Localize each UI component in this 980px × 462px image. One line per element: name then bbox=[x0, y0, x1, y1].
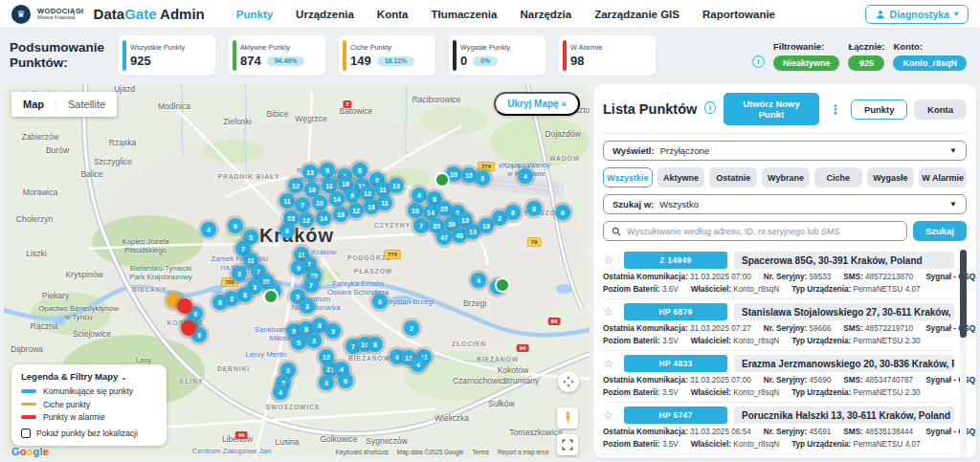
display-dropdown[interactable]: Wyświetl: Przyłączone ▼ bbox=[603, 141, 967, 161]
cluster-marker[interactable]: 13 bbox=[302, 165, 318, 180]
cluster-marker[interactable]: 4 bbox=[273, 385, 288, 400]
cluster-marker[interactable]: 11 bbox=[377, 195, 392, 210]
point-address[interactable]: Spacerowa 85G, 30-391 Kraków, Poland bbox=[734, 252, 954, 269]
cluster-marker[interactable]: 2 bbox=[404, 320, 419, 336]
cluster-marker[interactable]: 8 bbox=[352, 163, 368, 178]
cluster-marker[interactable]: 6 bbox=[555, 205, 570, 220]
cluster-marker[interactable]: 47 bbox=[436, 230, 452, 245]
cluster-marker[interactable]: 8 bbox=[212, 295, 228, 310]
cluster-marker[interactable]: 9 bbox=[345, 187, 360, 203]
scrollbar-track[interactable] bbox=[960, 250, 967, 458]
cluster-marker[interactable]: 6 bbox=[228, 218, 243, 233]
cluster-marker[interactable]: 8 bbox=[237, 287, 253, 302]
green-point-marker[interactable] bbox=[436, 174, 448, 186]
cluster-marker[interactable]: 5 bbox=[291, 335, 306, 350]
fullscreen-control[interactable] bbox=[557, 434, 578, 455]
filter-chip-wygasłe[interactable]: Wygasłe bbox=[867, 167, 915, 187]
cluster-marker[interactable]: 3 bbox=[232, 266, 247, 281]
compass-control[interactable] bbox=[558, 371, 579, 392]
nav-urządzenia[interactable]: Urządzenia bbox=[296, 9, 354, 20]
star-icon[interactable]: ☆ bbox=[603, 357, 617, 370]
kebab-menu-icon[interactable]: ⋮ bbox=[827, 102, 843, 117]
cluster-marker[interactable]: 12 bbox=[288, 178, 303, 193]
checkbox-icon[interactable] bbox=[21, 429, 31, 438]
search-in-dropdown[interactable]: Szukaj w: Wszystko ▼ bbox=[603, 194, 967, 214]
attribution-item[interactable]: Report a map error bbox=[498, 449, 549, 455]
nav-raportowanie[interactable]: Raportowanie bbox=[702, 9, 775, 20]
cluster-marker[interactable]: 10 bbox=[408, 203, 423, 218]
nav-zarządzanie-gis[interactable]: Zarządzanie GIS bbox=[594, 9, 679, 20]
point-id-badge[interactable]: HP 6879 bbox=[624, 303, 727, 320]
cluster-marker[interactable]: 6 bbox=[372, 294, 388, 309]
filter-chip-w-alarmie[interactable]: W Alarmie bbox=[919, 167, 967, 187]
filter-chip-ostatnie[interactable]: Ostatnie bbox=[709, 167, 757, 187]
summary-card-wygasłe-punkty[interactable]: Wygasłe Punkty00% bbox=[449, 35, 546, 76]
point-address[interactable]: Erazma Jerzmanowskiego 20, 30-836 Kraków… bbox=[734, 355, 954, 372]
cluster-marker[interactable]: 10 bbox=[312, 195, 327, 210]
summary-card-w-alarmie[interactable]: W Alarmie98 bbox=[559, 35, 656, 76]
cluster-marker[interactable]: 3 bbox=[475, 170, 490, 186]
cluster-marker[interactable]: 9 bbox=[291, 260, 306, 275]
cluster-marker[interactable]: 6 bbox=[279, 223, 295, 238]
filter-chip-ciche[interactable]: Ciche bbox=[814, 167, 862, 187]
pegman-control[interactable] bbox=[557, 407, 578, 429]
cluster-marker[interactable]: 3 bbox=[319, 375, 334, 390]
filter-chip-aktywne[interactable]: Aktywne bbox=[657, 167, 705, 187]
info-icon[interactable]: i bbox=[704, 101, 715, 114]
attribution-item[interactable]: Terms bbox=[473, 449, 489, 455]
green-point-marker[interactable] bbox=[265, 291, 277, 302]
cluster-marker[interactable]: 13 bbox=[389, 178, 404, 193]
cluster-marker[interactable]: 8 bbox=[368, 337, 383, 352]
toggle-konta-button[interactable]: Konta bbox=[914, 99, 967, 120]
info-icon[interactable]: i bbox=[752, 55, 765, 68]
star-icon[interactable]: ☆ bbox=[603, 408, 617, 422]
diagnostics-button[interactable]: Diagnostyka ▾ bbox=[865, 5, 969, 24]
cluster-marker[interactable]: 3 bbox=[306, 333, 322, 348]
point-id-badge[interactable]: HP 5747 bbox=[624, 407, 727, 424]
point-id-badge[interactable]: Z 14949 bbox=[624, 252, 727, 269]
cluster-marker[interactable]: 4 bbox=[201, 222, 216, 237]
hide-map-button[interactable]: Ukryj Mapę « bbox=[494, 92, 580, 116]
cluster-marker[interactable]: 7 bbox=[413, 218, 429, 233]
satellite-view-button[interactable]: Satellite bbox=[56, 99, 117, 110]
cluster-marker[interactable]: 3 bbox=[300, 298, 315, 314]
attribution-item[interactable]: Keyboard shortcuts bbox=[336, 449, 389, 455]
map[interactable]: WięckowiceUjazdModlnicaZielonkiBibiceWęg… bbox=[4, 84, 590, 458]
cluster-marker[interactable]: 9 bbox=[320, 163, 335, 178]
create-point-button[interactable]: Utwórz Nowy Punkt bbox=[724, 93, 820, 125]
cluster-marker[interactable]: 12 bbox=[299, 212, 314, 228]
star-icon[interactable]: ☆ bbox=[603, 253, 617, 267]
star-icon[interactable]: ☆ bbox=[603, 305, 617, 319]
nav-konta[interactable]: Konta bbox=[377, 9, 409, 20]
cluster-marker[interactable]: 5 bbox=[325, 323, 341, 339]
account-badge[interactable]: Konto_r8sqN bbox=[893, 55, 967, 71]
legend-title[interactable]: Legenda & Filtry Mapy ⌄ bbox=[21, 371, 157, 382]
cluster-marker[interactable]: 7 bbox=[295, 197, 310, 212]
point-address[interactable]: Stanislawa Stojalowskiego 27, 30-611 Kra… bbox=[734, 303, 954, 320]
cluster-marker[interactable]: 14 bbox=[329, 191, 345, 207]
summary-card-aktywne-punkty[interactable]: Aktywne Punkty87494.49% bbox=[229, 35, 325, 76]
cluster-marker[interactable]: 6 bbox=[338, 373, 353, 388]
toggle-punkty-button[interactable]: Punkty bbox=[851, 99, 907, 120]
cluster-marker[interactable]: 14 bbox=[316, 210, 331, 226]
green-point-marker[interactable] bbox=[497, 279, 508, 291]
cluster-marker[interactable]: 7 bbox=[303, 277, 319, 293]
cluster-marker[interactable]: 4 bbox=[518, 168, 533, 184]
cluster-marker[interactable]: 4 bbox=[412, 187, 427, 203]
red-point-marker[interactable] bbox=[177, 298, 192, 314]
nav-tłumaczenia[interactable]: Tłumaczenia bbox=[431, 9, 497, 20]
search-input[interactable] bbox=[627, 227, 899, 236]
scrollbar-thumb[interactable] bbox=[960, 250, 967, 338]
cluster-marker[interactable]: 10 bbox=[446, 166, 461, 182]
map-view-button[interactable]: Map bbox=[11, 99, 56, 110]
attribution-item[interactable]: Map data ©2025 Google bbox=[397, 449, 464, 455]
cluster-marker[interactable]: 6 bbox=[526, 201, 542, 216]
total-badge[interactable]: 925 bbox=[848, 55, 884, 71]
cluster-marker[interactable]: 12 bbox=[348, 203, 364, 218]
point-id-badge[interactable]: HP 4833 bbox=[624, 355, 727, 372]
red-point-marker[interactable] bbox=[181, 320, 196, 336]
cluster-marker[interactable]: 4 bbox=[471, 273, 486, 288]
cluster-marker[interactable]: 18 bbox=[333, 207, 348, 222]
search-button[interactable]: Szukaj bbox=[913, 221, 967, 241]
cluster-marker[interactable]: 4 bbox=[411, 357, 426, 372]
